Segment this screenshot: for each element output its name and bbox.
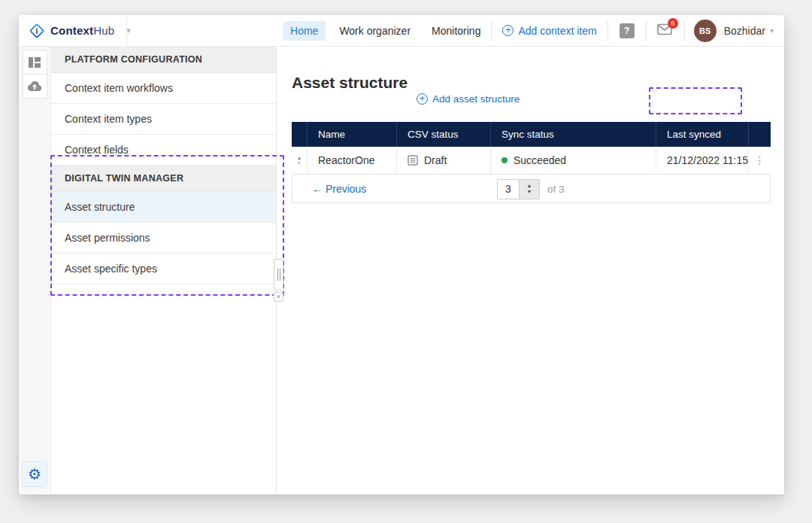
table-header-spacer — [292, 122, 307, 147]
close-icon[interactable]: × — [274, 292, 283, 302]
sidebar-item-context-item-types[interactable]: Context item types — [51, 104, 276, 135]
table-row[interactable]: ▲ ▼ ReactorOne Draft — [292, 147, 771, 175]
settings-button[interactable]: ⚙ — [22, 461, 47, 487]
status-dot-icon — [501, 157, 508, 163]
contexthub-logo-icon: i — [29, 23, 45, 39]
user-menu[interactable]: BS Bozhidar ▾ — [694, 20, 774, 42]
column-header-csv-status[interactable]: CSV status — [396, 122, 490, 147]
avatar: BS — [694, 20, 717, 42]
column-header-name[interactable]: Name — [307, 122, 396, 147]
previous-page-link[interactable]: ← Previous — [312, 183, 366, 195]
section-header-digital-twin-manager: DIGITAL TWIN MANAGER — [51, 166, 276, 192]
annotation-rect-add-asset — [649, 87, 742, 114]
tab-work-organizer[interactable]: Work organizer — [332, 21, 418, 41]
page-title: Asset structure — [292, 74, 408, 92]
page-count-label: of 3 — [547, 184, 565, 195]
app-body: ⚙ PLATFORM CONFIGURATION Context item wo… — [19, 47, 784, 494]
sort-arrows[interactable]: ▲ ▼ — [297, 155, 302, 166]
sidebar: PLATFORM CONFIGURATION Context item work… — [51, 47, 277, 494]
divider — [646, 20, 647, 41]
sidebar-item-asset-permissions[interactable]: Asset permissions — [51, 223, 276, 254]
page-number-input[interactable] — [497, 179, 520, 199]
notifications-button[interactable]: 6 — [657, 23, 672, 38]
sidebar-item-context-fields[interactable]: Context fields — [51, 135, 276, 166]
add-context-item-label: Add context item — [518, 25, 596, 37]
top-navigation: Home Work organizer Monitoring + Add con… — [280, 15, 784, 46]
layout-view-button[interactable] — [23, 50, 47, 74]
sort-down-icon: ▼ — [297, 160, 302, 166]
add-asset-structure-button[interactable]: + Add asset structure — [417, 93, 520, 105]
column-header-sync-status[interactable]: Sync status — [490, 122, 656, 147]
divider — [126, 15, 127, 47]
add-asset-structure-label: Add asset structure — [432, 93, 520, 105]
cell-actions: ⋮ — [748, 147, 771, 174]
chevron-down-icon[interactable]: ▾ — [126, 26, 131, 35]
add-context-item-button[interactable]: + Add context item — [502, 25, 596, 37]
plus-circle-icon: + — [502, 25, 514, 36]
app-window: i ContextHub ▾ Home Work organizer Monit… — [19, 15, 784, 494]
cloud-upload-icon — [27, 81, 42, 92]
svg-text:i: i — [36, 26, 38, 35]
cell-name: ReactorOne — [307, 147, 396, 174]
stepper-down-icon: ▼ — [527, 189, 532, 195]
layout-icon — [28, 56, 41, 68]
user-name: Bozhidar — [724, 25, 765, 37]
notification-badge: 6 — [668, 18, 678, 29]
page-selector: ▲ ▼ of 3 — [497, 175, 565, 203]
column-header-last-synced[interactable]: Last synced — [656, 122, 748, 147]
cell-sync-status: Succeeded — [490, 147, 656, 174]
icon-rail: ⚙ — [19, 47, 51, 494]
row-reorder-cell: ▲ ▼ — [292, 147, 307, 174]
divider — [684, 20, 685, 41]
cell-last-synced: 21/12/2022 11:15:... — [656, 147, 748, 174]
sidebar-item-context-item-workflows[interactable]: Context item workflows — [51, 73, 276, 104]
table-header-actions-spacer — [748, 122, 771, 147]
cell-csv-status: Draft — [396, 147, 490, 174]
sort-up-icon: ▲ — [297, 155, 302, 160]
cloud-upload-button[interactable] — [23, 74, 47, 99]
resize-handle[interactable] — [274, 259, 283, 290]
brand-name: ContextHub — [50, 24, 114, 37]
table-header-row: Name CSV status Sync status Last synced — [292, 122, 771, 147]
divider — [607, 20, 608, 41]
main-content: Asset structure + Add asset structure Na… — [277, 47, 784, 494]
page-stepper[interactable]: ▲ ▼ — [520, 179, 540, 199]
sidebar-item-asset-structure[interactable]: Asset structure — [51, 192, 276, 223]
chevron-down-icon: ▾ — [770, 26, 774, 35]
plus-circle-icon: + — [417, 93, 428, 105]
help-icon[interactable]: ? — [620, 23, 635, 38]
pagination-bar: ← Previous ▲ ▼ of 3 — [292, 175, 771, 203]
stepper-up-icon: ▲ — [527, 183, 532, 189]
logo[interactable]: i ContextHub ▾ — [19, 15, 126, 46]
gear-icon: ⚙ — [28, 467, 41, 482]
csv-status-label: Draft — [424, 154, 447, 166]
tab-monitoring[interactable]: Monitoring — [424, 21, 488, 41]
sidebar-item-asset-specific-types[interactable]: Asset specific types — [51, 254, 276, 284]
kebab-menu-icon[interactable]: ⋮ — [755, 154, 765, 166]
top-header: i ContextHub ▾ Home Work organizer Monit… — [19, 15, 784, 47]
document-icon — [408, 155, 418, 166]
tab-home[interactable]: Home — [283, 21, 326, 41]
section-header-platform-configuration: PLATFORM CONFIGURATION — [51, 47, 276, 73]
asset-table: Name CSV status Sync status Last synced … — [292, 122, 771, 203]
divider — [491, 20, 492, 41]
sync-status-label: Succeeded — [514, 154, 566, 166]
